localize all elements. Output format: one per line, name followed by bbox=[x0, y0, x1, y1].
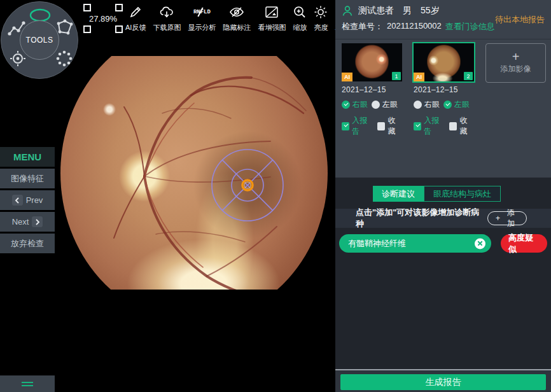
image-toolbar: AI反馈 下载原图 RNFLD 显示分析 bbox=[125, 4, 356, 32]
hide-annotations-button[interactable]: 隐藏标注 bbox=[223, 4, 251, 32]
image-viewer-canvas[interactable]: TOOLS 27.89% AI反馈 下载原图 bbox=[0, 0, 335, 392]
fundus-image[interactable] bbox=[60, 56, 328, 290]
tools-hub-button[interactable]: TOOLS bbox=[20, 20, 59, 60]
polygon-tool-icon[interactable] bbox=[56, 19, 74, 36]
thumbnail-column-1: AI 1 2021–12–15 右眼 左眼 入报告 bbox=[342, 43, 402, 137]
exam-side-panel: 测试患者 男 55岁 待出本地报告 检查单号： 202112150002 查看门… bbox=[335, 0, 551, 392]
patient-header: 测试患者 男 55岁 待出本地报告 检查单号： 202112150002 查看门… bbox=[335, 0, 551, 39]
radio-unchecked-icon bbox=[372, 101, 380, 109]
tab-diagnosis-suggestion[interactable]: 诊断建议 bbox=[373, 186, 424, 202]
severity-badge: 高度疑似 bbox=[501, 234, 547, 253]
tools-hub-label: TOOLS bbox=[26, 36, 53, 45]
thumbnail-column-2: AI 2 2021–12–15 右眼 左眼 入报告 bbox=[414, 43, 474, 137]
outpatient-info-link[interactable]: 查看门诊信息 bbox=[445, 21, 495, 32]
favorite-checkbox[interactable]: 收藏 bbox=[449, 115, 474, 137]
include-in-report-checkbox[interactable]: 入报告 bbox=[414, 115, 445, 137]
include-in-report-checkbox[interactable]: 入报告 bbox=[342, 115, 373, 137]
add-diagnosis-button[interactable]: + 添加 bbox=[487, 211, 527, 225]
macula-target-annotation[interactable] bbox=[206, 144, 289, 227]
tools-wheel[interactable]: TOOLS bbox=[1, 1, 78, 79]
left-eye-radio[interactable]: 左眼 bbox=[372, 99, 398, 110]
patient-age: 55岁 bbox=[421, 5, 440, 17]
add-diagnosis-hint: 点击"添加"可对该影像增加诊断病种 bbox=[356, 207, 487, 230]
exam-no-value: 202112150002 bbox=[387, 21, 442, 32]
panel-footer: 生成报告 bbox=[335, 370, 551, 392]
diagnosis-tabs-zone: 诊断建议 眼底结构与病灶 bbox=[335, 178, 551, 209]
menu-item-abandon-exam[interactable]: 放弃检查 bbox=[0, 234, 55, 253]
rnfld-icon: RNFLD bbox=[193, 4, 211, 20]
plus-icon: + bbox=[512, 52, 520, 62]
patient-name: 测试患者 bbox=[358, 5, 394, 17]
image-number-badge: 1 bbox=[392, 72, 401, 80]
hamburger-icon bbox=[22, 382, 33, 386]
radio-checked-icon bbox=[443, 101, 452, 109]
capture-date: 2021–12–15 bbox=[414, 85, 474, 94]
thumbnail-2[interactable]: AI 2 bbox=[414, 43, 474, 81]
left-eye-radio[interactable]: 左眼 bbox=[443, 99, 470, 110]
right-eye-radio[interactable]: 右眼 bbox=[414, 99, 440, 110]
menu-item-image-features[interactable]: 图像特征 bbox=[0, 169, 55, 188]
add-diagnosis-row: 点击"添加"可对该影像增加诊断病种 + 添加 bbox=[335, 209, 551, 228]
enhanced-image-icon bbox=[265, 4, 279, 20]
menu-item-prev[interactable]: Prev bbox=[0, 190, 55, 210]
radio-unchecked-icon bbox=[414, 101, 422, 109]
ai-feedback-button[interactable]: AI反馈 bbox=[125, 4, 146, 32]
thumbnail-1[interactable]: AI 1 bbox=[342, 43, 402, 81]
download-original-button[interactable]: 下载原图 bbox=[153, 4, 181, 32]
target-tool-icon[interactable] bbox=[10, 50, 26, 67]
enhanced-image-button[interactable]: 看增强图 bbox=[258, 4, 286, 32]
freehand-region-tool-icon[interactable] bbox=[55, 50, 73, 67]
image-number-badge: 2 bbox=[464, 72, 473, 80]
favorite-checkbox[interactable]: 收藏 bbox=[377, 115, 402, 137]
ai-badge: AI bbox=[414, 73, 424, 81]
pencil-icon bbox=[129, 4, 143, 20]
generate-report-button[interactable]: 生成报告 bbox=[340, 374, 546, 390]
frame-corner bbox=[83, 4, 91, 11]
show-analysis-button[interactable]: RNFLD 显示分析 bbox=[188, 4, 216, 32]
checkbox-unchecked-icon bbox=[449, 122, 457, 130]
viewer-menu: MENU 图像特征 Prev Next 放弃检查 bbox=[0, 147, 55, 253]
tab-fundus-structure-lesions[interactable]: 眼底结构与病灶 bbox=[424, 186, 501, 202]
cloud-download-icon bbox=[159, 4, 174, 20]
patient-gender: 男 bbox=[403, 5, 412, 17]
image-thumbnails: AI 1 2021–12–15 右眼 左眼 入报告 bbox=[335, 43, 551, 137]
ai-badge: AI bbox=[342, 73, 352, 81]
diagnosis-list-zone: 有髓鞘神经纤维 高度疑似 bbox=[335, 228, 551, 369]
chevron-right-icon[interactable] bbox=[32, 216, 43, 227]
brightness-button[interactable]: 亮度 bbox=[314, 4, 328, 32]
brightness-icon bbox=[314, 4, 328, 20]
plus-icon: + bbox=[496, 214, 500, 223]
fundus-reading-app: { "colors": { "accent_green": "#12b67e",… bbox=[0, 0, 551, 392]
checkbox-unchecked-icon bbox=[377, 122, 385, 130]
zoom-button[interactable]: 缩放 bbox=[293, 4, 307, 32]
zoom-in-icon bbox=[293, 4, 307, 20]
checkbox-checked-icon bbox=[342, 122, 349, 130]
radio-checked-icon bbox=[342, 101, 350, 109]
eye-off-icon bbox=[228, 4, 245, 20]
zoom-level-indicator: 27.89% bbox=[83, 4, 123, 33]
exam-no-label: 检查单号： bbox=[342, 21, 383, 32]
zoom-level-value: 27.89% bbox=[89, 14, 117, 24]
report-status-badge: 待出本地报告 bbox=[495, 14, 545, 25]
capture-date: 2021–12–15 bbox=[342, 85, 402, 94]
frame-corner bbox=[115, 25, 123, 33]
patient-icon bbox=[342, 5, 353, 17]
chevron-left-icon[interactable] bbox=[12, 195, 23, 206]
diagnosis-tag-row: 有髓鞘神经纤维 高度疑似 bbox=[339, 234, 547, 253]
add-image-column: + 添加影像 bbox=[485, 43, 546, 137]
menu-item-next[interactable]: Next bbox=[0, 212, 55, 232]
remove-diagnosis-icon[interactable] bbox=[475, 238, 485, 249]
diagnosis-tag-label: 有髓鞘神经纤维 bbox=[348, 238, 406, 249]
add-image-button[interactable]: + 添加影像 bbox=[485, 43, 546, 83]
collapsed-menu-button[interactable] bbox=[0, 375, 55, 392]
diagnosis-tag[interactable]: 有髓鞘神经纤维 bbox=[339, 234, 491, 253]
checkbox-checked-icon bbox=[414, 122, 421, 130]
frame-corner bbox=[115, 4, 123, 11]
frame-corner bbox=[83, 25, 91, 33]
menu-header: MENU bbox=[0, 147, 55, 167]
right-eye-radio[interactable]: 右眼 bbox=[342, 99, 368, 110]
